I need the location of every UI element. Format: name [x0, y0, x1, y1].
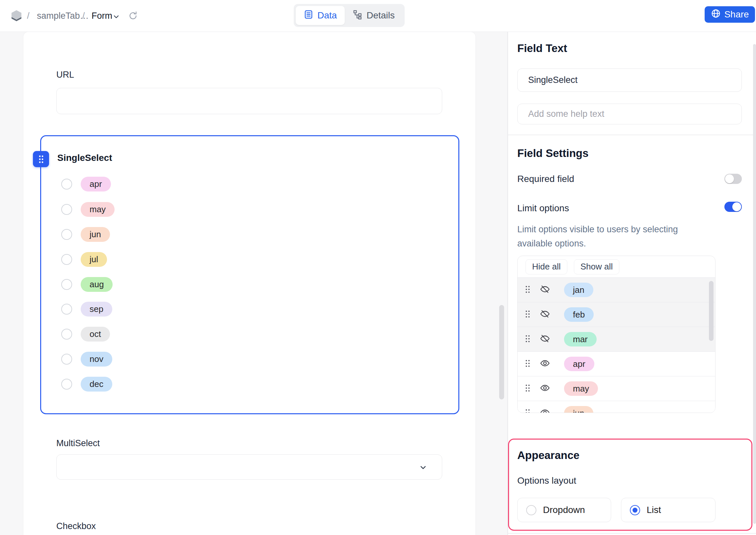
tab-data[interactable]: Data: [296, 6, 345, 25]
field-drag-handle[interactable]: [33, 151, 49, 167]
radio-icon[interactable]: [61, 279, 72, 290]
field-settings-heading: Field Settings: [517, 147, 589, 159]
toggle-knob: [732, 202, 741, 211]
option-row-dec[interactable]: dec: [61, 377, 112, 392]
radio-icon[interactable]: [61, 304, 72, 315]
option-pill: may: [564, 381, 598, 396]
option-row-jul[interactable]: jul: [61, 252, 107, 267]
option-pill: jun: [564, 406, 593, 413]
layout-choice-list[interactable]: List: [621, 498, 715, 522]
radio-icon[interactable]: [61, 329, 72, 340]
option-row-oct[interactable]: oct: [61, 326, 110, 342]
option-row-nov[interactable]: nov: [61, 352, 112, 367]
option-pill: feb: [564, 307, 594, 322]
radio-icon[interactable]: [61, 379, 72, 390]
list-row-feb[interactable]: feb: [518, 302, 715, 327]
option-row-aug[interactable]: aug: [61, 277, 113, 292]
panel-scrollbar[interactable]: [753, 44, 756, 524]
option-pill: jul: [81, 252, 107, 267]
appearance-heading: Appearance: [517, 449, 580, 462]
grip-dots-icon[interactable]: [525, 359, 530, 369]
radio-icon[interactable]: [61, 354, 72, 365]
multi-select-label: MultiSelect: [56, 438, 100, 448]
radio-icon[interactable]: [61, 179, 72, 189]
breadcrumb-view[interactable]: Form: [92, 11, 112, 21]
radio-icon: [526, 505, 536, 515]
grip-dots-icon: [38, 154, 45, 164]
field-text-heading: Field Text: [517, 42, 567, 55]
multi-select-dropdown[interactable]: [56, 454, 442, 480]
list-row-mar[interactable]: mar: [518, 327, 715, 352]
eye-icon[interactable]: [540, 407, 550, 413]
field-name-input[interactable]: [517, 69, 742, 92]
tab-details-label: Details: [367, 10, 395, 21]
field-help-text-input[interactable]: [517, 104, 742, 125]
field-settings-panel: Field Text Field Settings Required field…: [508, 32, 756, 535]
hide-all-button[interactable]: Hide all: [526, 259, 567, 274]
list-row-jan[interactable]: jan: [518, 278, 715, 302]
grip-dots-icon[interactable]: [525, 408, 530, 413]
layout-choice-dropdown[interactable]: Dropdown: [517, 498, 611, 522]
limit-options-description: Limit options visible to users by select…: [517, 222, 707, 251]
option-row-apr[interactable]: apr: [61, 176, 111, 191]
option-pill: may: [81, 202, 115, 217]
app-logo-icon[interactable]: [11, 10, 22, 23]
share-label: Share: [724, 9, 749, 20]
share-button[interactable]: Share: [705, 6, 755, 23]
layout-choice-label: Dropdown: [543, 505, 585, 515]
grip-dots-icon[interactable]: [525, 285, 530, 295]
option-row-jun[interactable]: jun: [61, 227, 110, 242]
radio-icon[interactable]: [61, 204, 72, 215]
option-pill: nov: [81, 352, 112, 367]
list-row-jun[interactable]: jun: [518, 401, 715, 413]
option-pill: mar: [564, 332, 597, 347]
option-row-sep[interactable]: sep: [61, 301, 112, 317]
limit-options-toggle[interactable]: [724, 202, 742, 212]
option-pill: jun: [81, 227, 110, 242]
options-layout-label: Options layout: [517, 475, 576, 486]
refresh-icon[interactable]: [128, 11, 137, 22]
limit-options-label: Limit options: [517, 203, 569, 213]
eye-icon[interactable]: [540, 358, 550, 370]
checkbox-field-label: Checkbox: [56, 521, 96, 531]
grip-dots-icon[interactable]: [525, 384, 530, 394]
details-hierarchy-icon: [353, 10, 363, 22]
option-pill: dec: [81, 377, 112, 392]
canvas-scrollbar[interactable]: [499, 305, 504, 400]
options-list-scrollbar[interactable]: [709, 281, 713, 341]
url-field-input[interactable]: [56, 88, 442, 114]
eye-off-icon[interactable]: [540, 333, 550, 345]
radio-icon[interactable]: [61, 254, 72, 265]
globe-icon: [711, 9, 721, 21]
top-header: / sampleTab… / Form Data: [0, 0, 756, 32]
tab-data-label: Data: [318, 10, 337, 21]
list-row-may[interactable]: may: [518, 377, 715, 401]
section-divider: [508, 533, 756, 534]
chevron-down-icon[interactable]: [112, 13, 120, 22]
tab-details[interactable]: Details: [345, 6, 403, 25]
option-pill: apr: [564, 357, 594, 371]
breadcrumb-table[interactable]: sampleTab…: [37, 11, 89, 21]
single-select-title: SingleSelect: [57, 153, 112, 163]
url-field-label: URL: [56, 70, 74, 80]
eye-off-icon[interactable]: [540, 309, 550, 321]
radio-selected-icon: [630, 505, 640, 515]
option-pill: aug: [81, 277, 113, 292]
option-pill: apr: [81, 177, 111, 191]
app-root: / sampleTab… / Form Data: [0, 0, 756, 535]
option-row-may[interactable]: may: [61, 202, 115, 217]
list-row-apr[interactable]: apr: [518, 352, 715, 377]
options-list-header: Hide all Show all: [518, 256, 715, 278]
option-pill: jan: [564, 283, 593, 297]
breadcrumb-separator-2: /: [82, 11, 85, 21]
grip-dots-icon[interactable]: [525, 334, 530, 345]
required-field-toggle[interactable]: [724, 174, 742, 184]
show-all-button[interactable]: Show all: [574, 259, 620, 274]
eye-off-icon[interactable]: [540, 284, 550, 296]
limit-options-list: Hide all Show all jan feb mar a: [517, 256, 715, 413]
breadcrumb-separator: /: [27, 11, 30, 21]
grip-dots-icon[interactable]: [525, 310, 530, 320]
radio-icon[interactable]: [61, 229, 72, 240]
section-divider: [508, 134, 756, 135]
eye-icon[interactable]: [540, 383, 550, 395]
